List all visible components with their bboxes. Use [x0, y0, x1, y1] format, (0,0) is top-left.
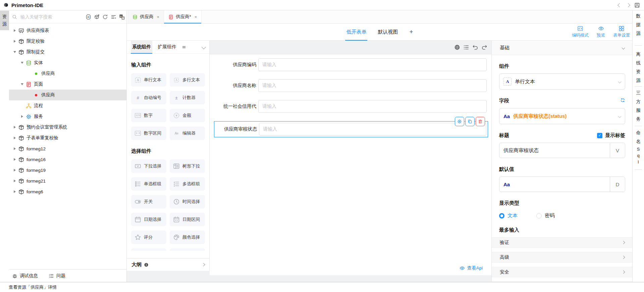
tree-item[interactable]: formeg12: [9, 143, 126, 154]
palette-item[interactable]: 多选框组: [170, 177, 205, 191]
field-settings-button[interactable]: [455, 117, 464, 126]
view-action-grid[interactable]: 表单设置: [613, 26, 630, 38]
tree-item[interactable]: 流程: [9, 100, 126, 111]
debug-info-tab[interactable]: 调试信息: [12, 273, 38, 279]
inspector-group-basic[interactable]: 基础: [492, 41, 633, 55]
tree-expanded-arrow-icon[interactable]: [20, 62, 24, 64]
field-input[interactable]: 请输入: [258, 58, 487, 71]
field-row[interactable]: 供应商名称请输入: [214, 80, 487, 92]
field-copy-button[interactable]: [465, 117, 475, 126]
save-icon[interactable]: [634, 2, 640, 8]
rail-tab-1[interactable]: 数据源: [633, 12, 644, 38]
tree-item[interactable]: 页面: [9, 79, 126, 90]
palette-item[interactable]: A多行文本: [170, 73, 205, 87]
rail-tab-4[interactable]: 命名Sql: [633, 129, 644, 165]
module-add-icon[interactable]: [94, 14, 100, 20]
tree-collapsed-arrow-icon[interactable]: [13, 147, 17, 150]
globe-icon[interactable]: [454, 44, 460, 50]
search-input[interactable]: [20, 14, 83, 20]
doc-tab[interactable]: 供应商×: [128, 10, 164, 23]
palette-outline-footer[interactable]: 大纲: [127, 258, 209, 271]
field-input[interactable]: 请输入: [258, 79, 487, 92]
undo-icon[interactable]: [472, 44, 478, 50]
rail-tab-resources[interactable]: 资源: [0, 11, 9, 30]
field-input[interactable]: 请输入: [258, 100, 487, 113]
tree-item[interactable]: formeg6: [9, 186, 126, 197]
palette-item[interactable]: ±计数器: [170, 91, 205, 104]
field-delete-button[interactable]: [476, 117, 485, 126]
palette-item[interactable]: 单选框组: [131, 177, 166, 191]
accordion-row[interactable]: 验证: [492, 237, 633, 248]
problems-tab[interactable]: 问题: [49, 273, 65, 279]
accordion-row[interactable]: 高级: [492, 252, 633, 262]
component-select[interactable]: A 单行文本: [499, 74, 625, 90]
tree-collapsed-arrow-icon[interactable]: [13, 158, 17, 161]
tree-item[interactable]: formeg21: [9, 176, 126, 186]
palette-item[interactable]: 时间选择: [170, 195, 205, 208]
redo-icon[interactable]: [481, 44, 487, 50]
outline-icon[interactable]: [463, 44, 469, 50]
tree-collapsed-arrow-icon[interactable]: [13, 180, 17, 182]
palette-item[interactable]: ¥金额: [170, 109, 205, 122]
close-icon[interactable]: ×: [195, 14, 197, 19]
accordion-row[interactable]: 安全: [492, 267, 633, 277]
tree-collapsed-arrow-icon[interactable]: [13, 40, 17, 43]
palette-item[interactable]: 树形下拉: [170, 159, 205, 173]
tab-system-components[interactable]: 系统组件: [131, 41, 152, 53]
collapse-list-icon[interactable]: [111, 14, 116, 20]
rail-tab-3[interactable]: 三方服务: [633, 89, 644, 124]
tree-expanded-arrow-icon[interactable]: [13, 51, 17, 53]
radio-text[interactable]: 文本: [499, 212, 518, 219]
palette-item[interactable]: A单行文本: [131, 73, 166, 87]
tree-item[interactable]: 预约会议室管理系统: [9, 122, 126, 133]
palette-item[interactable]: 日期区间: [170, 213, 205, 226]
tree-collapsed-arrow-icon[interactable]: [20, 115, 24, 118]
palette-collapse-icon[interactable]: [202, 41, 205, 53]
palette-item[interactable]: 123数字: [131, 109, 166, 122]
field-input[interactable]: 请输入: [259, 123, 486, 136]
tree-collapsed-arrow-icon[interactable]: [13, 190, 17, 193]
tree-item[interactable]: 限定校验: [9, 36, 126, 47]
tree-item[interactable]: formeg19: [9, 165, 126, 176]
field-row[interactable]: 供应商审核状态请输入: [214, 121, 488, 137]
tree-collapsed-arrow-icon[interactable]: [13, 29, 17, 32]
palette-item[interactable]: #自动编号: [131, 91, 166, 104]
tree-item[interactable]: 子表单重复校验: [9, 133, 126, 143]
tree-expanded-arrow-icon[interactable]: [20, 83, 24, 85]
show-label-toggle[interactable]: ✓ 显示标签: [597, 132, 625, 139]
sync-icon[interactable]: [620, 98, 625, 104]
field-row[interactable]: 统一社会信用代请输入: [214, 100, 487, 112]
add-view-button[interactable]: +: [409, 28, 413, 36]
tab-lowcode-form[interactable]: 低开表单: [346, 23, 366, 40]
view-action-code[interactable]: 编码模式: [572, 26, 589, 38]
tree-item[interactable]: 实体: [9, 57, 126, 68]
field-select[interactable]: Aa 供应商审核状态(status): [499, 108, 625, 124]
default-value-field[interactable]: Aa: [499, 177, 610, 192]
palette-item[interactable]: 开关: [131, 195, 166, 208]
tree-item[interactable]: formeg16: [9, 154, 126, 165]
view-api-link[interactable]: 查看Api: [460, 265, 483, 271]
palette-item[interactable]: 下拉选择: [131, 159, 166, 173]
translate-icon[interactable]: En字: [119, 14, 125, 20]
field-row[interactable]: 供应商编码请输入: [214, 59, 487, 71]
palette-item[interactable]: A≡编辑器: [170, 127, 205, 140]
tree-item[interactable]: 供应商报表: [9, 25, 126, 36]
view-action-eye[interactable]: 预览: [597, 26, 605, 38]
tree-collapsed-arrow-icon[interactable]: [13, 169, 17, 172]
tree-item[interactable]: 限制提交: [9, 47, 126, 57]
tree-item[interactable]: 服务: [9, 111, 126, 122]
radio-password[interactable]: 密码: [536, 212, 555, 219]
palette-item[interactable]: 评分: [131, 231, 166, 244]
tab-default-view[interactable]: 默认视图: [378, 23, 398, 40]
doc-tab[interactable]: 供应商*×: [164, 10, 202, 23]
tab-extended-components[interactable]: 扩展组件: [156, 41, 178, 53]
title-input-value[interactable]: 供应商审核状态: [499, 143, 610, 158]
palette-item[interactable]: 颜色选择: [170, 231, 205, 244]
close-icon[interactable]: ×: [157, 14, 160, 19]
refresh-icon[interactable]: [102, 14, 108, 20]
default-dynamic-button[interactable]: D: [610, 177, 625, 192]
title-variable-button[interactable]: V: [610, 143, 625, 158]
palette-item[interactable]: 1~3数字区间: [131, 127, 166, 140]
tree-item[interactable]: 供应商: [9, 68, 126, 79]
tree-item[interactable]: 供应商: [9, 90, 126, 100]
